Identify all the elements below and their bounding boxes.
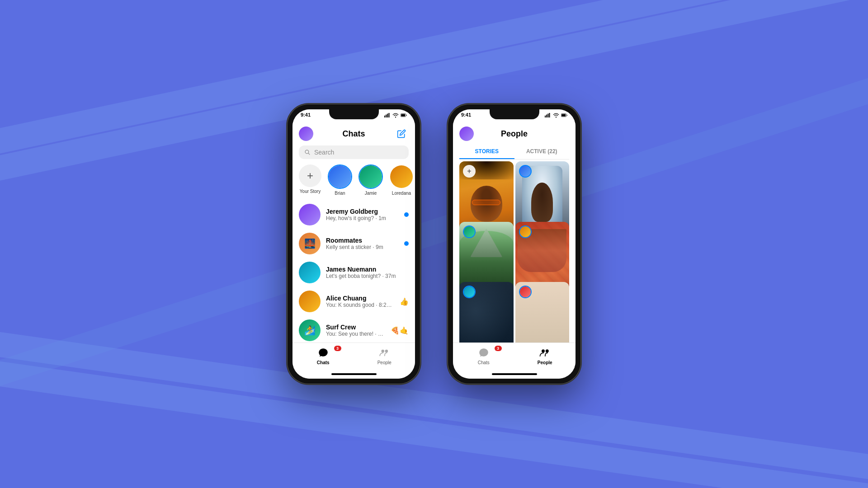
story-item-your-story[interactable]: + Your Story xyxy=(299,164,321,196)
chat-item-james[interactable]: James Nuemann Let's get boba tonight? · … xyxy=(292,258,415,287)
chat-item-roommates[interactable]: 🌉 Roommates Kelly sent a sticker · 9m xyxy=(292,229,415,258)
notch-people xyxy=(490,109,539,119)
chats-nav-icon-people xyxy=(477,347,490,359)
james-preview: Let's get boba tonight? · 37m xyxy=(326,273,409,279)
story-item-loredana[interactable]: Loredana xyxy=(389,164,414,196)
svg-rect-9 xyxy=(545,116,546,117)
roommates-name: Roommates xyxy=(326,237,399,244)
josh-card-avatar-img xyxy=(520,226,531,237)
child-silhouette xyxy=(531,183,553,222)
people-screen: 9:41 xyxy=(453,109,576,379)
glasses xyxy=(472,200,500,205)
chats-screen: 9:41 xyxy=(292,109,415,379)
jamie-label: Jamie xyxy=(365,191,377,196)
loredana-label: Loredana xyxy=(392,191,411,196)
home-indicator-chats xyxy=(292,370,415,379)
tab-stories[interactable]: STORIES xyxy=(459,145,514,159)
svg-rect-11 xyxy=(547,114,548,117)
nav-chats[interactable]: 3 Chats xyxy=(292,347,354,365)
story-item-brian[interactable]: Brian xyxy=(328,164,352,196)
svg-rect-12 xyxy=(549,113,550,117)
stories-row-chats: + Your Story Brian Jamie xyxy=(292,163,415,200)
chats-badge-people: 3 xyxy=(495,346,502,351)
alice-preview: You: K sounds good · 8:24am xyxy=(326,302,394,308)
roommates-preview: Kelly sent a sticker · 9m xyxy=(326,244,399,250)
chat-item-surfcrew[interactable]: 🏄 Surf Crew You: See you there! · Mon 🍕🤙 xyxy=(292,316,415,343)
time-people: 9:41 xyxy=(461,112,471,117)
alice-emoji: 👍 xyxy=(400,297,409,306)
james-avatar xyxy=(299,262,321,283)
your-story-add-btn[interactable]: + xyxy=(299,164,321,187)
add-to-story-plus[interactable]: + xyxy=(463,165,476,178)
chats-badge: 3 xyxy=(334,346,341,351)
chat-item-alice[interactable]: Alice Chuang You: K sounds good · 8:24am… xyxy=(292,287,415,316)
people-icon-active xyxy=(538,347,551,359)
story-card-6[interactable] xyxy=(515,282,570,343)
notch-chats xyxy=(329,109,379,119)
svg-point-7 xyxy=(382,350,385,353)
avatar-img-people xyxy=(459,127,474,141)
people-nav-label-chats: People xyxy=(377,360,392,365)
search-bar-chats[interactable]: Search xyxy=(299,145,409,159)
alice-avatar xyxy=(299,291,321,312)
avatar-img-chats xyxy=(299,127,313,141)
james-name: James Nuemann xyxy=(326,266,409,273)
status-bar-people: 9:41 xyxy=(453,109,576,124)
nav-people-people[interactable]: People xyxy=(514,347,576,365)
josh-card-avatar xyxy=(519,225,532,238)
woman-face xyxy=(471,186,502,222)
jamie-card-avatar xyxy=(463,225,476,238)
nav-chats-people[interactable]: 3 Chats xyxy=(453,347,514,365)
stories-grid-people: + Add to Story Brian Nelson xyxy=(453,160,576,343)
surfcrew-preview: You: See you there! · Mon xyxy=(326,331,385,337)
svg-point-6 xyxy=(305,150,309,154)
nav-people-chats[interactable]: People xyxy=(354,347,415,365)
alice-info: Alice Chuang You: K sounds good · 8:24am xyxy=(326,295,394,308)
surfcrew-name: Surf Crew xyxy=(326,324,385,331)
signal-icon-p xyxy=(545,112,551,118)
user-avatar-people[interactable] xyxy=(459,127,474,141)
user-avatar-chats[interactable] xyxy=(299,127,313,141)
james-info: James Nuemann Let's get boba tonight? · … xyxy=(326,266,409,279)
phone-chats: 9:41 xyxy=(287,104,420,384)
surfcrew-avatar: 🏄 xyxy=(299,319,321,341)
edit-icon xyxy=(397,129,406,138)
phone-people: 9:41 xyxy=(448,104,581,384)
svg-rect-3 xyxy=(388,113,389,117)
jeremy-name: Jeremy Goldberg xyxy=(326,208,399,215)
status-icons-people xyxy=(545,112,567,118)
story-item-jamie[interactable]: Jamie xyxy=(359,164,383,196)
card6-avatar xyxy=(519,286,532,298)
people-title: People xyxy=(501,129,528,139)
brian-label: Brian xyxy=(335,191,345,196)
brian-nelson-avatar xyxy=(519,165,532,178)
battery-icon-p xyxy=(561,112,567,118)
surfcrew-info: Surf Crew You: See you there! · Mon xyxy=(326,324,385,337)
bottom-nav-chats: 3 Chats People xyxy=(292,343,415,370)
story-card-5[interactable] xyxy=(459,282,514,343)
search-placeholder-chats: Search xyxy=(314,149,334,156)
jeremy-info: Jeremy Goldberg Hey, how's it going? · 1… xyxy=(326,208,399,221)
people-header: People xyxy=(453,124,576,145)
svg-point-16 xyxy=(546,349,549,352)
svg-rect-14 xyxy=(561,114,566,116)
home-indicator-people xyxy=(453,370,576,379)
brian-nelson-avatar-img xyxy=(520,166,531,177)
alice-name: Alice Chuang xyxy=(326,295,394,302)
wifi-icon-p xyxy=(553,112,559,118)
brian-ring xyxy=(328,164,352,189)
chats-nav-icon xyxy=(317,347,330,359)
card5-avatar-img xyxy=(464,286,475,297)
chats-nav-label-people: Chats xyxy=(478,360,490,365)
chat-bubble-icon-p xyxy=(478,347,490,359)
svg-rect-10 xyxy=(546,115,547,117)
battery-icon xyxy=(401,112,407,118)
chat-item-jeremy[interactable]: Jeremy Goldberg Hey, how's it going? · 1… xyxy=(292,200,415,229)
jeremy-preview: Hey, how's it going? · 1m xyxy=(326,215,399,221)
surfcrew-emoji: 🍕🤙 xyxy=(391,326,409,335)
svg-point-8 xyxy=(385,350,388,353)
edit-button-chats[interactable] xyxy=(394,127,409,141)
tab-active[interactable]: ACTIVE (22) xyxy=(514,145,570,159)
phones-container: 9:41 xyxy=(287,104,581,384)
status-bar-chats: 9:41 xyxy=(292,109,415,124)
